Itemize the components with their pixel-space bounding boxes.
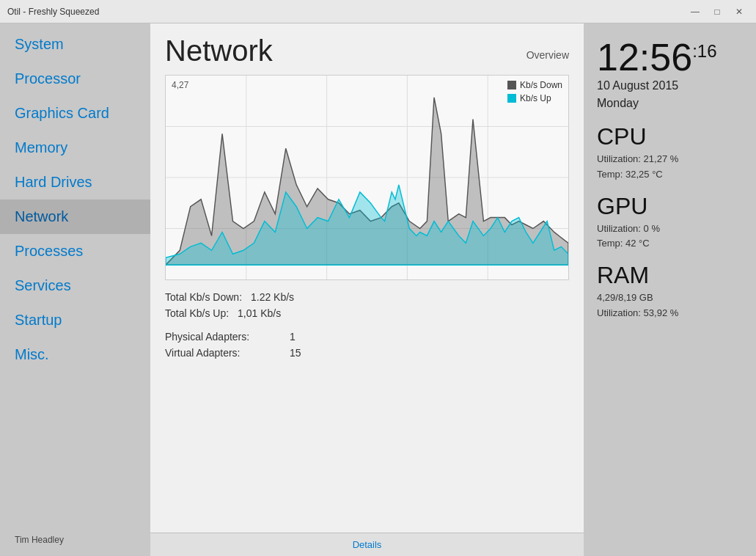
app-title: Otil - Freshly Squeezed (7, 7, 99, 17)
sidebar: System Processor Graphics Card Memory Ha… (0, 23, 150, 556)
legend-box-down (507, 81, 516, 89)
stat-up: Total Kb/s Up: 1,01 Kb/s (165, 307, 281, 319)
page-title: Network (165, 34, 273, 67)
adapter-virtual-label: Virtual Adapters: (165, 347, 282, 359)
stats-row-down: Total Kb/s Down: 1.22 Kb/s (165, 291, 569, 303)
sidebar-item-services[interactable]: Services (0, 268, 150, 303)
stat-down-value: 1.22 Kb/s (251, 291, 294, 303)
cpu-title: CPU (597, 123, 743, 150)
close-button[interactable]: ✕ (730, 4, 749, 19)
gpu-utilization: Utilization: 0 % (597, 222, 743, 237)
gpu-temp: Temp: 42 °C (597, 236, 743, 252)
maximize-button[interactable]: □ (708, 4, 727, 19)
sidebar-item-processor[interactable]: Processor (0, 62, 150, 96)
ram-amount: 4,29/8,19 GB (597, 290, 743, 306)
stats-area: Total Kb/s Down: 1.22 Kb/s Total Kb/s Up… (150, 280, 584, 533)
adapter-row-virtual: Virtual Adapters: 15 (165, 347, 569, 359)
clock-date: 10 August 2015 (597, 79, 743, 92)
gpu-section: GPU Utilization: 0 % Temp: 42 °C (597, 193, 743, 252)
chart-legend: Kb/s Down Kb/s Up (507, 80, 562, 103)
adapter-physical-label: Physical Adapters: (165, 331, 282, 343)
sidebar-item-hard-drives[interactable]: Hard Drives (0, 165, 150, 200)
cpu-section: CPU Utilization: 21,27 % Temp: 32,25 °C (597, 123, 743, 183)
clock-day: Monday (597, 97, 743, 110)
clock-hours-minutes: 12:56 (597, 36, 692, 78)
sidebar-item-processes[interactable]: Processes (0, 234, 150, 268)
minimize-button[interactable]: — (686, 4, 705, 19)
stats-row-up: Total Kb/s Up: 1,01 Kb/s (165, 307, 569, 319)
gpu-title: GPU (597, 193, 743, 220)
adapter-row-physical: Physical Adapters: 1 (165, 331, 569, 343)
legend-box-up (507, 94, 516, 103)
stat-down-label: Total Kb/s Down: (165, 291, 242, 303)
stat-up-label: Total Kb/s Up: (165, 307, 229, 319)
cpu-utilization: Utilization: 21,27 % (597, 152, 743, 167)
window-controls: — □ ✕ (686, 4, 749, 19)
details-link[interactable]: Details (353, 539, 382, 550)
main-layout: System Processor Graphics Card Memory Ha… (0, 23, 756, 556)
network-chart: 4,27 Kb/s Down Kb/s Up (165, 75, 569, 280)
sidebar-item-graphics-card[interactable]: Graphics Card (0, 96, 150, 131)
clock-seconds: :16 (692, 41, 716, 61)
title-bar: Otil - Freshly Squeezed — □ ✕ (0, 0, 756, 23)
stat-up-value: 1,01 Kb/s (238, 307, 281, 319)
adapter-physical-value: 1 (290, 331, 296, 343)
ram-utilization: Utilization: 53,92 % (597, 306, 743, 321)
sidebar-item-misc[interactable]: Misc. (0, 337, 150, 372)
clock-time: 12:56:16 (597, 36, 717, 78)
sidebar-item-startup[interactable]: Startup (0, 303, 150, 337)
sidebar-footer-user: Tim Headley (0, 527, 150, 552)
sidebar-item-system[interactable]: System (0, 27, 150, 62)
clock-display: 12:56:16 (597, 38, 743, 76)
legend-up: Kb/s Up (507, 93, 562, 103)
adapter-virtual-value: 15 (290, 347, 301, 359)
stat-down: Total Kb/s Down: 1.22 Kb/s (165, 291, 294, 303)
sidebar-item-memory[interactable]: Memory (0, 131, 150, 165)
legend-label-down: Kb/s Down (520, 80, 562, 90)
adapters-section: Physical Adapters: 1 Virtual Adapters: 1… (165, 331, 569, 359)
content-header: Network Overview (150, 23, 584, 75)
right-panel: 12:56:16 10 August 2015 Monday CPU Utili… (584, 23, 756, 556)
sidebar-item-network[interactable]: Network (0, 200, 150, 234)
chart-svg (166, 76, 568, 279)
legend-down: Kb/s Down (507, 80, 562, 90)
cpu-temp: Temp: 32,25 °C (597, 167, 743, 183)
overview-label: Overview (526, 49, 569, 61)
content-area: Network Overview 4,27 Kb/s Down Kb/s Up (150, 23, 584, 556)
ram-title: RAM (597, 262, 743, 289)
ram-section: RAM 4,29/8,19 GB Utilization: 53,92 % (597, 262, 743, 321)
chart-max-value: 4,27 (172, 80, 188, 90)
content-footer: Details (150, 533, 584, 556)
legend-label-up: Kb/s Up (520, 93, 551, 103)
